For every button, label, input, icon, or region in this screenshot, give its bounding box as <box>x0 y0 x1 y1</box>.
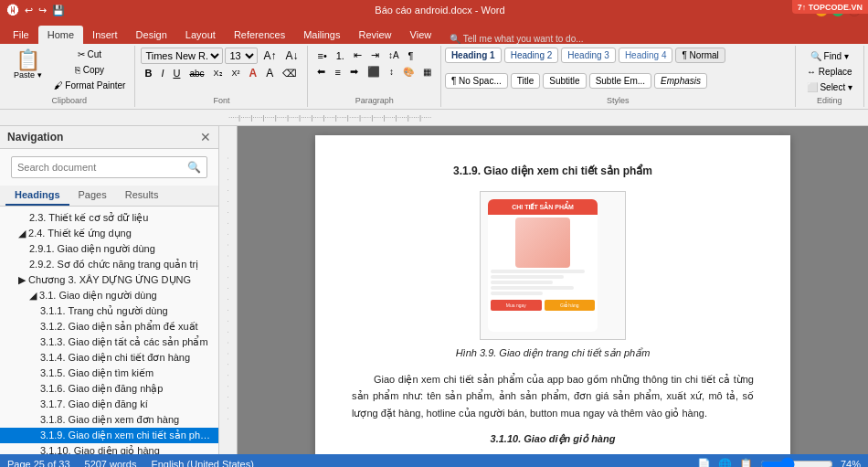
product-qty-line <box>491 292 543 295</box>
page-indicator: Page 25 of 33 <box>7 459 70 467</box>
nav-item-3-1-1[interactable]: 3.1.1. Trang chủ người dùng <box>0 303 218 319</box>
ribbon-toolbar: 📋 Paste ▾ ✂ Cut ⎘ Copy 🖌 Format Painter … <box>0 44 868 110</box>
nav-tab-pages[interactable]: Pages <box>69 186 116 206</box>
align-right-button[interactable]: ➡ <box>346 64 362 80</box>
underline-button[interactable]: U <box>169 66 184 80</box>
align-left-button[interactable]: ⬅ <box>313 64 329 80</box>
product-desc-line <box>491 286 574 290</box>
nav-item-3-1-6[interactable]: 3.1.6. Giao diện đăng nhập <box>0 381 218 397</box>
heading3-style[interactable]: Heading 3 <box>561 48 616 63</box>
subtle-emphasis-style[interactable]: Subtle Em... <box>589 73 651 89</box>
decrease-indent-button[interactable]: ⇤ <box>350 48 365 63</box>
nav-item-3-1-10[interactable]: 3.1.10. Giao diện giỏ hàng <box>0 443 218 454</box>
nav-tab-headings[interactable]: Headings <box>5 186 69 206</box>
tab-references[interactable]: References <box>225 26 294 44</box>
font-name-select[interactable]: Times New R... <box>141 48 223 64</box>
no-spacing-style[interactable]: ¶ No Spac... <box>445 73 508 89</box>
normal-style[interactable]: ¶ Normal <box>675 48 725 63</box>
nav-item-3-1-3[interactable]: 3.1.3. Giao diện tất cả các sản phẩm <box>0 334 218 350</box>
nav-item-3-1-4[interactable]: 3.1.4. Giao diện chi tiết đơn hàng <box>0 350 218 366</box>
nav-item-chapter3[interactable]: ▶ Chương 3. XÂY DỰNG ỨNG DỤNG <box>0 272 218 288</box>
product-origin-line <box>491 281 553 284</box>
title-bar-left: 🅦 ↩ ↪ 💾 <box>7 4 65 17</box>
heading1-style[interactable]: Heading 1 <box>445 48 502 63</box>
quick-access-undo[interactable]: ↩ <box>25 5 33 16</box>
quick-access-redo[interactable]: ↪ <box>38 5 47 16</box>
emphasis-style[interactable]: Emphasis <box>654 73 707 89</box>
search-icon: 🔍 <box>187 161 201 174</box>
nav-item-2-9-2[interactable]: 2.9.2. Sơ đồ chức năng trang quản trị <box>0 257 218 272</box>
increase-indent-button[interactable]: ⇥ <box>367 48 383 63</box>
nav-item-3-1-7[interactable]: 3.1.7. Giao diện đăng kí <box>0 397 218 412</box>
nav-item-3-1-8[interactable]: 3.1.8. Giao diện xem đơn hàng <box>0 412 218 428</box>
select-button[interactable]: ⬜ Select ▾ <box>803 80 856 94</box>
tab-review[interactable]: Review <box>350 26 401 44</box>
bullets-button[interactable]: ≡• <box>313 48 330 63</box>
nav-close-button[interactable]: ✕ <box>200 130 211 144</box>
clear-format-button[interactable]: ⌫ <box>279 66 301 81</box>
quick-access-save[interactable]: 💾 <box>52 5 65 16</box>
nav-tab-results[interactable]: Results <box>116 186 168 206</box>
show-marks-button[interactable]: ¶ <box>405 48 418 63</box>
nav-tree: 2.3. Thiết kế cơ sở dữ liệu ◢ 2.4. Thiết… <box>0 207 218 454</box>
find-button[interactable]: 🔍 Find ▾ <box>803 49 856 63</box>
cut-button[interactable]: ✂ Cut <box>50 48 130 61</box>
nav-item-3-1-5[interactable]: 3.1.5. Giao diện tìm kiếm <box>0 366 218 381</box>
decrease-font-button[interactable]: A↓ <box>281 48 302 64</box>
view-print-icon[interactable]: 📄 <box>697 458 711 467</box>
nav-title: Navigation <box>7 131 63 143</box>
align-center-button[interactable]: ≡ <box>331 65 344 80</box>
bold-button[interactable]: B <box>141 66 155 80</box>
nav-search-input[interactable] <box>17 162 187 173</box>
font-size-select[interactable]: 13 <box>225 48 258 64</box>
status-left: Page 25 of 33 5207 words English (United… <box>7 459 254 467</box>
superscript-button[interactable]: X² <box>228 67 244 80</box>
increase-font-button[interactable]: A↑ <box>259 48 280 64</box>
vertical-ruler: · · · · · · · · · · · · · · · · · · · · … <box>219 126 238 454</box>
borders-button[interactable]: ▦ <box>419 65 435 79</box>
font-color-button[interactable]: A <box>246 65 261 81</box>
italic-button[interactable]: I <box>157 66 167 80</box>
view-web-icon[interactable]: 🌐 <box>718 458 732 467</box>
nav-item-2-3[interactable]: 2.3. Thiết kế cơ sở dữ liệu <box>0 210 218 226</box>
strikethrough-button[interactable]: abc <box>185 67 207 80</box>
subscript-button[interactable]: X₂ <box>210 67 227 80</box>
nav-item-3-1-2[interactable]: 3.1.2. Giao diện sản phẩm đề xuất <box>0 319 218 334</box>
shading-button[interactable]: 🎨 <box>399 65 418 79</box>
view-outline-icon[interactable]: 📋 <box>739 458 753 467</box>
nav-item-2-9-1[interactable]: 2.9.1. Giao diện người dùng <box>0 241 218 257</box>
highlight-button[interactable]: A <box>262 65 277 81</box>
heading2-style[interactable]: Heading 2 <box>504 48 559 63</box>
tab-insert[interactable]: Insert <box>83 26 127 44</box>
sort-button[interactable]: ↕A <box>385 48 403 62</box>
status-bar: Page 25 of 33 5207 words English (United… <box>0 454 868 467</box>
replace-button[interactable]: ↔ Replace <box>803 65 856 79</box>
nav-item-3-1-9[interactable]: 3.1.9. Giao diện xem chi tiết sản phẩm <box>0 428 218 443</box>
paste-button[interactable]: 📋 Paste ▾ <box>9 48 47 82</box>
justify-button[interactable]: ⬛ <box>364 64 384 80</box>
tab-home[interactable]: Home <box>38 26 83 44</box>
copy-button[interactable]: ⎘ Copy <box>50 63 130 77</box>
navigation-panel: Navigation ✕ 🔍 Headings Pages Results 2.… <box>0 126 219 454</box>
phone-body: Mua ngay Giỏ hàng <box>488 215 598 332</box>
tab-file[interactable]: File <box>4 26 38 44</box>
paragraph-group: ≡• 1. ⇤ ⇥ ↕A ¶ ⬅ ≡ ➡ ⬛ ↕ 🎨 ▦ Paragraph <box>308 46 440 107</box>
format-painter-button[interactable]: 🖌 Format Painter <box>50 79 130 92</box>
subtitle-style[interactable]: Subtitle <box>543 73 586 89</box>
tab-mailings[interactable]: Mailings <box>294 26 349 44</box>
line-spacing-button[interactable]: ↕ <box>386 65 397 79</box>
nav-item-2-4[interactable]: ◢ 2.4. Thiết kế ứng dụng <box>0 226 218 241</box>
tab-layout[interactable]: Layout <box>176 26 225 44</box>
phone-screen: CHI TIẾT SẢN PHẨM Mua ngay Giỏ <box>488 199 598 332</box>
clipboard-group: 📋 Paste ▾ ✂ Cut ⎘ Copy 🖌 Format Painter … <box>4 46 135 107</box>
heading4-style[interactable]: Heading 4 <box>619 48 673 63</box>
ruler: ·····|·····|·····|·····|·····|·····|····… <box>0 110 868 126</box>
nav-item-3-1[interactable]: ◢ 3.1. Giao diện người dùng <box>0 288 218 303</box>
zoom-slider[interactable] <box>760 457 833 467</box>
tab-design[interactable]: Design <box>127 26 176 44</box>
title-style[interactable]: Title <box>511 73 541 89</box>
tab-view[interactable]: View <box>401 26 441 44</box>
app-icon: 🅦 <box>7 4 19 17</box>
product-image <box>515 218 570 268</box>
numbering-button[interactable]: 1. <box>333 48 348 63</box>
